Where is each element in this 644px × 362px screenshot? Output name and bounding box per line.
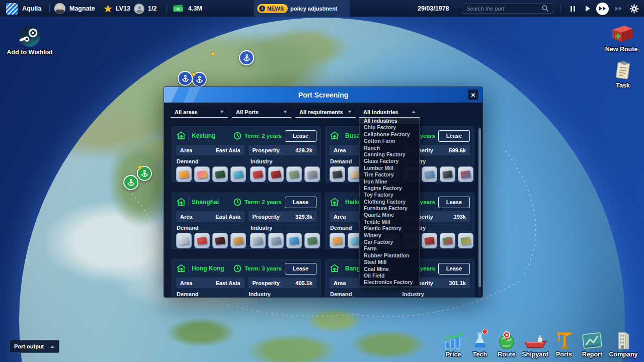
industry-option[interactable]: All industries xyxy=(360,118,419,124)
port-anchor-marker[interactable] xyxy=(239,50,254,65)
company-name: Aquila xyxy=(22,5,41,12)
port-building-icon xyxy=(176,263,189,274)
news-ticker[interactable]: ! NEWS policy adjustment xyxy=(254,0,350,17)
term-label: Term: 2 years xyxy=(245,199,282,205)
industry-option[interactable]: Oil Field xyxy=(360,273,419,279)
news-badge: ! NEWS xyxy=(257,4,288,13)
industry-option[interactable]: Glass Factory xyxy=(360,158,419,164)
industry-option[interactable]: Rubber Plantation xyxy=(360,252,419,259)
steam-wishlist-button[interactable]: Add to Wishlist xyxy=(0,25,59,56)
manager-medallion-icon[interactable] xyxy=(134,4,144,14)
container-icon xyxy=(608,23,634,44)
lease-button[interactable]: Lease xyxy=(285,197,316,208)
industry-option[interactable]: Quartz Mine xyxy=(360,212,419,218)
industry-label: Industry xyxy=(403,291,470,297)
task-label: Task xyxy=(616,82,630,89)
engine-factory-icon xyxy=(422,233,437,248)
prosperity-row: Prosperity405.1k xyxy=(249,278,317,288)
industry-option[interactable]: Plastic Factory xyxy=(360,225,419,232)
lease-button[interactable]: Lease xyxy=(438,130,470,142)
clock-icon xyxy=(233,198,242,206)
industry-option[interactable]: Electronics Factory xyxy=(360,279,419,286)
port-building-icon xyxy=(330,263,342,274)
dock-item-shipyard[interactable]: Shipyard xyxy=(521,330,550,358)
dock-item-report[interactable]: Report xyxy=(578,330,606,358)
meat-icon xyxy=(194,233,210,248)
canned-food-icon xyxy=(230,166,246,182)
building-icon xyxy=(615,330,631,350)
anchor-icon xyxy=(127,178,135,187)
industry-option[interactable]: Cotton Farm xyxy=(360,138,419,144)
port-anchor-marker-owned[interactable] xyxy=(123,175,138,190)
port-building-icon xyxy=(330,131,342,141)
industry-option[interactable]: Canning Factory xyxy=(360,151,419,158)
close-icon[interactable]: × xyxy=(467,89,479,101)
map-highlight-dot xyxy=(211,52,215,56)
fast-forward-button-active[interactable] xyxy=(595,0,609,17)
scrollbar-thumb[interactable] xyxy=(478,128,481,287)
chevron-up-icon xyxy=(412,111,416,113)
industry-option[interactable]: Steel Mill xyxy=(360,259,419,265)
tech-flask-icon xyxy=(471,330,489,350)
dock-item-route[interactable]: Route xyxy=(494,330,519,358)
fastest-forward-button[interactable] xyxy=(613,0,624,17)
port-building-icon xyxy=(176,131,189,141)
dock-item-tech[interactable]: Tech xyxy=(467,330,493,358)
chevron-down-icon xyxy=(348,111,352,113)
lumber-mill-icon xyxy=(458,233,473,248)
industry-option[interactable]: Iron Mine xyxy=(360,178,419,185)
industry-option[interactable]: Furniture Factory xyxy=(360,205,419,212)
player-avatar[interactable] xyxy=(54,3,65,14)
industry-option[interactable]: Coal Mine xyxy=(360,266,419,273)
port-search-input[interactable] xyxy=(462,4,553,14)
task-button[interactable]: Task xyxy=(610,60,636,89)
building-up-icon xyxy=(176,263,186,274)
dock-item-company[interactable]: Company xyxy=(608,330,639,358)
industry-label: Industry xyxy=(251,225,320,231)
printing-works-icon xyxy=(286,166,302,182)
filter-ports[interactable]: All Ports xyxy=(232,107,291,118)
port-cards: KeelungTerm: 2 yearsLeaseAreaEast AsiaPr… xyxy=(172,126,474,298)
play-button[interactable] xyxy=(583,0,593,17)
chevron-up-icon xyxy=(50,345,54,348)
lease-button[interactable]: Lease xyxy=(438,197,470,208)
port-output-button[interactable]: Port output xyxy=(9,340,59,353)
lease-button[interactable]: Lease xyxy=(285,263,316,275)
area-row: AreaEast Asia xyxy=(176,211,245,222)
coal-icon xyxy=(330,166,345,182)
industry-option[interactable]: Clothing Factory xyxy=(360,199,419,205)
filter-industries[interactable]: All industries xyxy=(359,107,420,118)
industry-option[interactable]: Engine Factory xyxy=(360,185,419,192)
dock-item-price[interactable]: Price xyxy=(441,330,466,358)
pause-button[interactable] xyxy=(568,0,578,17)
new-route-button[interactable]: New Route xyxy=(603,23,640,53)
industry-option[interactable]: Tire Factory xyxy=(360,171,419,178)
ship-icon xyxy=(524,330,547,350)
filter-requirements[interactable]: All requirements xyxy=(295,107,356,118)
level-label: LV13 xyxy=(116,5,130,12)
industry-option[interactable]: Cellphone Factory xyxy=(360,131,419,138)
report-chart-icon xyxy=(582,330,603,350)
industry-option[interactable]: Textile Mill xyxy=(360,219,419,225)
manager-count: 1/2 xyxy=(148,5,156,12)
industry-option[interactable]: Chip Factory xyxy=(360,124,419,131)
industry-option[interactable]: Lumber Mill xyxy=(360,165,419,171)
industry-option[interactable]: Ranch xyxy=(360,145,419,151)
industry-option[interactable]: Toy Factory xyxy=(360,192,419,198)
port-anchor-marker[interactable] xyxy=(178,71,193,86)
search-icon[interactable] xyxy=(541,5,549,13)
lease-button[interactable]: Lease xyxy=(438,263,470,275)
port-screening-modal: Port Screening × All areas All Ports All… xyxy=(164,86,483,298)
industry-option[interactable]: Winery xyxy=(360,232,419,239)
filter-areas[interactable]: All areas xyxy=(171,107,228,118)
industry-option[interactable]: Farm xyxy=(360,245,419,252)
lease-button[interactable]: Lease xyxy=(285,130,316,142)
dock-item-ports[interactable]: Ports xyxy=(551,330,577,358)
anchor-icon xyxy=(181,74,190,83)
settings-gear-icon[interactable] xyxy=(628,0,640,17)
money-amount: 4.3M xyxy=(188,5,202,12)
map-highlight-dot xyxy=(192,72,196,76)
anchor-icon xyxy=(140,169,149,178)
industry-option[interactable]: Car Factory xyxy=(360,239,419,245)
port-card-keelung: KeelungTerm: 2 yearsLeaseAreaEast AsiaPr… xyxy=(172,126,321,183)
